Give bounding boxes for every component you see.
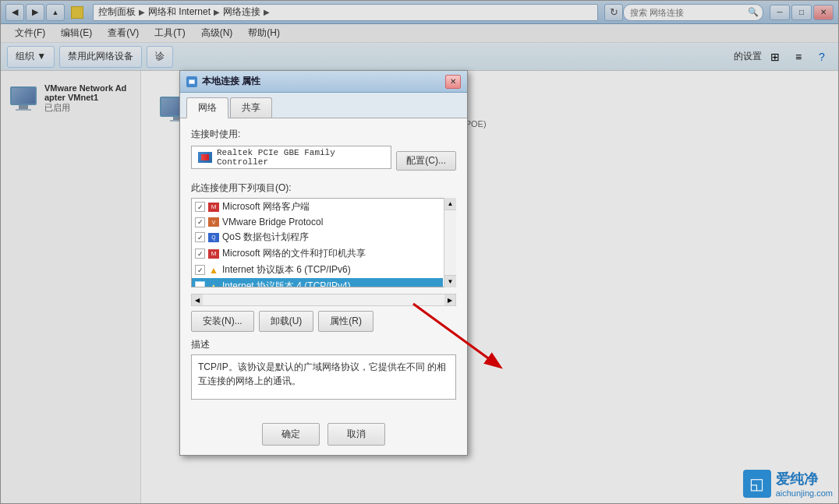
properties-button[interactable]: 属性(R): [318, 311, 373, 332]
checkbox-ipv4[interactable]: ✓: [195, 281, 205, 287]
controller-text: Realtek PCIe GBE Family Controller: [217, 148, 384, 167]
icon-fileshare: M: [208, 249, 219, 259]
watermark-icon: ◱: [743, 470, 771, 498]
connect-using-label: 连接时使用:: [191, 128, 456, 141]
watermark-main-text: 爱纯净: [776, 470, 833, 488]
dialog-footer: 确定 取消: [180, 417, 467, 455]
label-vmware: VMware Bridge Protocol: [222, 217, 323, 227]
config-button[interactable]: 配置(C)...: [396, 151, 456, 171]
action-buttons-row: 安装(N)... 卸载(U) 属性(R): [191, 311, 456, 332]
icon-vmware: V: [208, 217, 219, 227]
list-item-ipv6[interactable]: ✓ ▲ Internet 协议版本 6 (TCP/IPv6): [192, 262, 443, 278]
scroll-up-button[interactable]: ▲: [444, 198, 456, 210]
controller-icon: [198, 152, 212, 163]
watermark: ◱ 爱纯净 aichunjing.com: [743, 470, 833, 498]
dialog-title-text: 本地连接 属性: [202, 75, 445, 88]
checkbox-qos[interactable]: ✓: [195, 232, 205, 242]
label-ipv4: Internet 协议版本 4 (TCP/IPv4): [222, 280, 351, 287]
dialog-body: 连接时使用: Realtek PCIe GBE Family Controlle…: [180, 118, 467, 417]
list-section-label: 此连接使用下列项目(O):: [191, 182, 456, 195]
label-fileshare: Microsoft 网络的文件和打印机共享: [222, 247, 366, 260]
horizontal-scrollbar[interactable]: ◀ ▶: [191, 294, 456, 306]
list-item-vmware[interactable]: ✓ V VMware Bridge Protocol: [192, 215, 443, 229]
dialog-close-button[interactable]: ✕: [445, 75, 461, 89]
dialog-title-icon: [186, 76, 197, 87]
controller-row: Realtek PCIe GBE Family Controller 配置(C)…: [191, 146, 456, 175]
label-qos: QoS 数据包计划程序: [222, 231, 309, 244]
label-microsoft-client: Microsoft 网络客户端: [222, 200, 310, 213]
description-box: TCP/IP。该协议是默认的广域网络协议，它提供在不同 的相互连接的网络上的通讯…: [191, 354, 456, 400]
list-item-microsoft-client[interactable]: ✓ M Microsoft 网络客户端: [192, 199, 443, 215]
dialog-title-bar: 本地连接 属性 ✕: [180, 71, 467, 93]
checkbox-vmware[interactable]: ✓: [195, 217, 205, 227]
icon-ipv4: ▲: [208, 282, 219, 288]
watermark-text-container: 爱纯净 aichunjing.com: [776, 470, 833, 498]
list-item-fileshare[interactable]: ✓ M Microsoft 网络的文件和打印机共享: [192, 245, 443, 262]
list-item-qos[interactable]: ✓ Q QoS 数据包计划程序: [192, 229, 443, 245]
uninstall-button[interactable]: 卸载(U): [259, 311, 314, 332]
checkbox-ipv6[interactable]: ✓: [195, 265, 205, 275]
cancel-button[interactable]: 取消: [327, 423, 385, 446]
dialog-tabs: 网络 共享: [180, 93, 467, 118]
scroll-left-button[interactable]: ◀: [192, 294, 203, 305]
install-button[interactable]: 安装(N)...: [191, 311, 254, 332]
controller-box: Realtek PCIe GBE Family Controller: [191, 146, 391, 169]
dialog-tab-network[interactable]: 网络: [186, 97, 228, 118]
ok-button[interactable]: 确定: [262, 423, 320, 446]
description-text: TCP/IP。该协议是默认的广域网络协议，它提供在不同 的相互连接的网络上的通讯…: [198, 361, 446, 386]
checkbox-fileshare[interactable]: ✓: [195, 248, 205, 259]
watermark-sub-text: aichunjing.com: [776, 488, 833, 498]
checkbox-microsoft-client[interactable]: ✓: [195, 202, 205, 212]
list-wrapper: ✓ M Microsoft 网络客户端 ✓ V VMware Bridge Pr…: [191, 198, 456, 287]
dialog-tab-sharing[interactable]: 共享: [230, 97, 272, 118]
list-container[interactable]: ✓ M Microsoft 网络客户端 ✓ V VMware Bridge Pr…: [191, 198, 456, 287]
list-scrollbar[interactable]: ▲ ▼: [444, 198, 456, 287]
list-item-ipv4[interactable]: ✓ ▲ Internet 协议版本 4 (TCP/IPv4): [192, 278, 443, 287]
properties-dialog: 本地连接 属性 ✕ 网络 共享 连接时使用: Realtek PCIe GBE …: [179, 70, 468, 456]
label-ipv6: Internet 协议版本 6 (TCP/IPv6): [222, 263, 351, 277]
scroll-down-button[interactable]: ▼: [444, 275, 456, 287]
icon-qos: Q: [208, 233, 219, 242]
scroll-right-button[interactable]: ▶: [444, 294, 455, 305]
description-label: 描述: [191, 338, 456, 351]
icon-microsoft-client: M: [208, 203, 219, 212]
icon-ipv6: ▲: [208, 266, 219, 275]
